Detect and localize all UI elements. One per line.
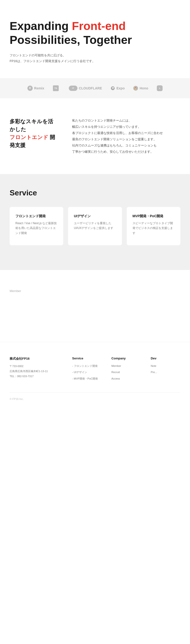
service-card-title-2: MVP開発・PoC開発 — [133, 214, 175, 218]
footer-dev-item-0[interactable]: Note — [151, 364, 180, 368]
tech-logo-hono: 🔥 Hono — [133, 86, 148, 91]
footer-company-link-1[interactable]: Recruit — [111, 371, 120, 374]
features-title-line1: 多彩なスキルを活かした — [10, 118, 53, 132]
footer-service-link-2[interactable]: MVP開発・PoC開発 — [74, 377, 98, 380]
footer-service-link-1[interactable]: UIデザイン — [74, 371, 87, 374]
footer-col-dev: Dev Note Pre... — [151, 356, 180, 383]
tech-logo-expo: Expo — [111, 86, 125, 90]
features-description: 私たちのフロントエンド開発チームには、 幅広いスキルを持つエンジニアが揃っていま… — [72, 118, 180, 155]
footer: 株式会社FP16 〒733-0002 広島県広島市西区楠木町1-13-11 TE… — [0, 342, 190, 410]
service-card-desc-0: React / Vue / Next.js など最新技術を用いた高品質なフロント… — [15, 221, 57, 236]
footer-company-item-1[interactable]: Recruit — [111, 370, 141, 374]
tech-label-expo: Expo — [116, 86, 125, 90]
tech-label-remix: Remix — [34, 86, 44, 90]
service-card-desc-2: スピーディーなプロトタイプ開発でビジネスの検証を支援します — [133, 221, 175, 236]
footer-dev-link-0[interactable]: Note — [151, 364, 156, 367]
footer-grid: 株式会社FP16 〒733-0002 広島県広島市西区楠木町1-13-11 TE… — [10, 356, 180, 383]
footer-copyright: © FP16 Inc. — [10, 398, 180, 400]
footer-tel: TEL：082-533-7317 — [10, 375, 34, 378]
footer-dev-list: Note Pre... — [151, 364, 180, 374]
footer-company-name: 株式会社FP16 — [10, 356, 62, 361]
hero-subtitle: フロントエンドの可能性を共に広げる。 FP16は、フロントエンド開発支援をメイン… — [10, 52, 180, 64]
service-card-2: MVP開発・PoC開発 スピーディーなプロトタイプ開発でビジネスの検証を支援しま… — [127, 207, 180, 245]
footer-service-item-1[interactable]: UIデザイン — [72, 370, 102, 374]
features-section: 多彩なスキルを活かした フロントエンド 開発支援 私たちのフロントエンド開発チー… — [0, 98, 190, 174]
footer-company-item-0[interactable]: Member — [111, 364, 141, 368]
hero-title-accent: Front-end — [72, 20, 126, 32]
hero-subtitle-line1: フロントエンドの可能性を共に広げる。 — [10, 54, 66, 57]
footer-company-col-heading: Company — [111, 356, 141, 360]
service-cards: フロントエンド開発 React / Vue / Next.js など最新技術を用… — [10, 207, 180, 245]
footer-dev-item-1[interactable]: Pre... — [151, 370, 180, 374]
hero-title: Expanding Front-end Possibilities, Toget… — [10, 19, 180, 47]
service-card-title-0: フロントエンド開発 — [15, 214, 57, 218]
service-section: Service フロントエンド開発 React / Vue / Next.js … — [0, 174, 190, 270]
hero-title-prefix: Expanding — [10, 20, 72, 32]
footer-service-list: フロントエンド開発 UIデザイン MVP開発・PoC開発 — [72, 364, 102, 381]
footer-col-company: Company Member Recruit Access — [111, 356, 141, 383]
footer-company: 株式会社FP16 〒733-0002 広島県広島市西区楠木町1-13-11 TE… — [10, 356, 62, 383]
tech-label-cloudflare: CLOUDFLARE — [79, 86, 102, 90]
footer-col-service: Service フロントエンド開発 UIデザイン MVP開発・PoC開発 — [72, 356, 102, 383]
hero-title-line2: Possibilities, Together — [10, 34, 132, 46]
tech-logo-line: L — [157, 85, 163, 91]
member-section: Member — [0, 270, 190, 342]
member-label: Member — [10, 289, 180, 293]
footer-postal: 〒733-0002 — [10, 365, 24, 368]
footer-service-link-0[interactable]: フロントエンド開発 — [74, 364, 98, 367]
footer-dev-heading: Dev — [151, 356, 180, 360]
service-card-0: フロントエンド開発 React / Vue / Next.js など最新技術を用… — [10, 207, 63, 245]
hero-section: Expanding Front-end Possibilities, Toget… — [0, 0, 190, 78]
footer-service-item-2[interactable]: MVP開発・PoC開発 — [72, 377, 102, 381]
service-card-title-1: UIデザイン — [74, 214, 116, 218]
footer-company-link-0[interactable]: Member — [111, 364, 121, 367]
features-heading: 多彩なスキルを活かした フロントエンド 開発支援 — [10, 118, 58, 149]
footer-divider — [10, 392, 180, 393]
tech-bar: R Remix TS CF CLOUDFLARE Expo 🔥 Hono L — [0, 78, 190, 98]
tech-label-hono: Hono — [140, 86, 148, 90]
footer-company-item-2[interactable]: Access — [111, 377, 141, 381]
service-card-1: UIデザイン ユーザービリティを重視したUI/UXデザインをご提供します — [68, 207, 122, 245]
tech-logo-ts: TS — [53, 85, 60, 91]
tech-logo-cloudflare: CF CLOUDFLARE — [69, 86, 102, 91]
footer-address: 広島県広島市西区楠木町1-13-11 — [10, 370, 48, 372]
service-card-desc-1: ユーザービリティを重視したUI/UXデザインをご提供します — [74, 221, 116, 231]
service-heading: Service — [10, 188, 180, 197]
footer-service-heading: Service — [72, 356, 102, 360]
footer-company-link-2[interactable]: Access — [111, 377, 120, 380]
hero-subtitle-line2: FP16は、フロントエンド開発支援をメインに行う会社です。 — [10, 59, 95, 63]
footer-service-item-0[interactable]: フロントエンド開発 — [72, 364, 102, 368]
tech-logo-remix: R Remix — [27, 86, 44, 91]
footer-company-list: Member Recruit Access — [111, 364, 141, 381]
features-title-accent: フロントエンド — [10, 134, 48, 140]
footer-dev-link-1[interactable]: Pre... — [151, 371, 157, 374]
